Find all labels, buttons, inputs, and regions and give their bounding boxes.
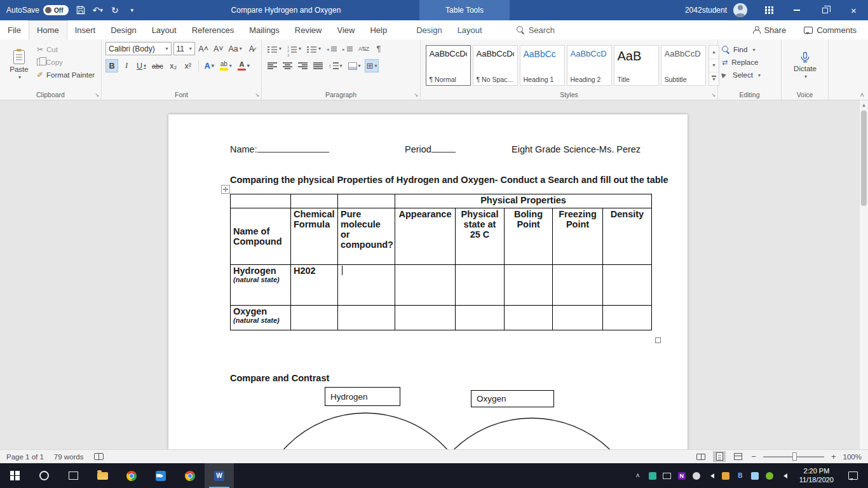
cut-button[interactable]: ✂Cut (37, 43, 95, 55)
tray-bluetooth-icon[interactable]: B (736, 471, 745, 480)
table-resize-handle[interactable] (655, 337, 661, 343)
clock[interactable]: 2:20 PM 11/18/2020 (794, 467, 839, 485)
style-heading-2[interactable]: AaBbCcD Heading 2 (567, 45, 612, 86)
font-size-select[interactable]: 11▾ (173, 42, 195, 55)
table-cell[interactable] (395, 265, 456, 306)
font-dialog-launcher[interactable]: ↘ (255, 92, 259, 98)
table-cell[interactable] (553, 265, 603, 306)
document-page[interactable]: Name: Period Eight Grade Science-Ms. Per… (168, 114, 688, 449)
read-mode-button[interactable] (695, 451, 707, 462)
vertical-scrollbar[interactable]: ▲ (859, 100, 868, 449)
autosave-toggle[interactable]: AutoSave Off (6, 5, 69, 15)
align-right-button[interactable] (296, 59, 309, 72)
find-button[interactable]: Find▾ (722, 43, 778, 56)
highlight-color-button[interactable]: ab▾ (218, 59, 234, 72)
tray-audio-icon[interactable] (707, 471, 715, 480)
tray-expand-icon[interactable]: ˄ (634, 471, 642, 480)
decrease-indent-button[interactable]: ◂ (325, 42, 339, 55)
change-case-button[interactable]: Aa▾ (227, 42, 243, 55)
dictate-button[interactable]: Dictate ▾ (785, 42, 825, 88)
save-icon[interactable] (76, 4, 86, 17)
font-color-button[interactable]: A▾ (236, 59, 252, 72)
justify-button[interactable] (311, 59, 325, 72)
scroll-up-icon[interactable]: ▲ (860, 100, 868, 108)
style-title[interactable]: AaB Title (614, 45, 659, 86)
table-cell[interactable] (456, 265, 505, 306)
tray-display-icon[interactable] (663, 471, 672, 480)
col-header-density[interactable]: Density (603, 208, 652, 265)
chrome-button[interactable] (117, 463, 146, 488)
tray-onenote-icon[interactable]: N (677, 471, 686, 480)
col-header-chemical-formula[interactable]: Chemical Formula (291, 208, 338, 265)
tab-table-design[interactable]: Design (409, 20, 449, 39)
tray-volume-icon[interactable] (780, 471, 789, 480)
word-count[interactable]: 79 words (54, 453, 84, 461)
oxygen-name-cell[interactable]: Oxygen (natural state) (231, 306, 291, 330)
tray-network-icon[interactable] (750, 471, 759, 480)
redo-icon[interactable]: ↻ (110, 4, 120, 17)
zoom-level[interactable]: 100% (843, 453, 862, 461)
tray-cloud-icon[interactable] (692, 471, 701, 480)
styles-more-button[interactable]: ▼ (709, 72, 719, 85)
table-cell[interactable] (603, 306, 652, 330)
line-spacing-button[interactable]: ↕▾ (327, 59, 344, 72)
close-button[interactable]: × (839, 0, 868, 20)
format-painter-button[interactable]: ✐Format Painter (37, 69, 95, 81)
style-heading-1[interactable]: AaBbCc Heading 1 (520, 45, 565, 86)
table-move-handle[interactable]: ✛ (221, 185, 230, 194)
table-cell[interactable] (505, 265, 553, 306)
show-hide-marks-button[interactable]: ¶ (372, 42, 385, 55)
collapse-ribbon-button[interactable]: ˄ (860, 91, 864, 98)
table-cell[interactable] (231, 194, 291, 208)
clipboard-dialog-launcher[interactable]: ↘ (95, 92, 99, 98)
scrollbar-thumb[interactable] (861, 111, 867, 206)
align-left-button[interactable] (266, 59, 279, 72)
bullets-button[interactable]: ▾ (266, 42, 283, 55)
tab-layout[interactable]: Layout (144, 20, 184, 39)
minimize-button[interactable] (782, 0, 811, 20)
numbering-button[interactable]: ▾ (285, 42, 303, 55)
table-cell[interactable] (338, 194, 395, 208)
styles-scroll-down[interactable]: ▼ (709, 59, 719, 72)
styles-scroll-up[interactable]: ▲ (709, 46, 719, 59)
zoom-in-button[interactable]: + (830, 452, 837, 461)
grow-font-button[interactable]: A˄ (197, 42, 210, 55)
tab-help[interactable]: Help (362, 20, 395, 39)
restore-button[interactable] (811, 0, 839, 20)
align-center-button[interactable] (281, 59, 294, 72)
table-cell[interactable] (505, 306, 553, 330)
tab-view[interactable]: View (329, 20, 362, 39)
clear-formatting-button[interactable]: A̷ (245, 42, 258, 55)
tab-home[interactable]: Home (29, 20, 67, 39)
underline-button[interactable]: U▾ (135, 59, 148, 72)
sort-button[interactable]: A⇅Z (356, 42, 370, 55)
hydrogen-formula-cell[interactable]: H202 (291, 265, 338, 306)
chrome-2-button[interactable] (175, 463, 205, 488)
replace-button[interactable]: ⇄Replace (722, 56, 778, 69)
col-header-freezing-point[interactable]: Freezing Point (553, 208, 603, 265)
tray-chat-icon[interactable] (648, 471, 657, 480)
share-button[interactable]: Share (752, 25, 786, 35)
text-effects-button[interactable]: A▾ (203, 59, 216, 72)
zoom-slider-thumb[interactable] (792, 452, 797, 461)
proofing-icon[interactable] (94, 453, 104, 460)
table-cell[interactable] (291, 194, 338, 208)
col-header-boiling-point[interactable]: Boling Point (505, 208, 553, 265)
web-layout-button[interactable] (731, 451, 744, 462)
col-header-name-of-compound[interactable]: Name of Compound (231, 208, 291, 265)
tab-file[interactable]: File (0, 20, 29, 39)
multilevel-list-button[interactable]: ▾ (305, 42, 323, 55)
subscript-button[interactable]: x₂ (167, 59, 180, 72)
style-no-spacing[interactable]: AaBbCcDc ¶ No Spac... (473, 45, 518, 86)
venn-label-hydrogen[interactable]: Hydrogen (325, 387, 400, 406)
style-subtitle[interactable]: AaBbCcD Subtitle (661, 45, 706, 86)
undo-icon[interactable]: ↶▾ (93, 4, 103, 17)
comments-button[interactable]: Comments (804, 25, 857, 35)
cortana-button[interactable] (29, 463, 58, 488)
styles-dialog-launcher[interactable]: ↘ (711, 92, 715, 98)
venn-label-oxygen[interactable]: Oxygen (471, 390, 554, 407)
print-layout-button[interactable] (713, 451, 726, 462)
tab-insert[interactable]: Insert (67, 20, 104, 39)
customize-qat-icon[interactable]: ▾ (127, 4, 137, 17)
table-cell[interactable] (338, 306, 395, 330)
